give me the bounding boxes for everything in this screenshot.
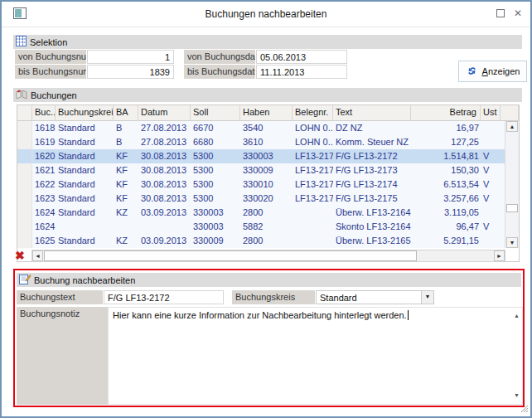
cell-betrag: 96,47	[411, 220, 481, 234]
table-row[interactable]: 1624 330003 5882 Skonto LF13-2164 96,47 …	[17, 220, 519, 234]
scroll-right-icon[interactable]: ►	[494, 250, 505, 261]
table-row[interactable]: 1625 Standard KZ 03.09.2013 330009 2800 …	[17, 234, 519, 248]
cell-belegnr: LOHN 0...	[293, 121, 333, 135]
window-title: Buchungen nachbearbeiten	[2, 8, 530, 20]
cell-buchungsnummer: 1621	[32, 163, 56, 177]
cell-belegnr: LF13-2173	[293, 163, 333, 177]
table-row[interactable]: 1618 Standard B 27.08.2013 6670 3540 LOH…	[17, 121, 519, 135]
nachbearbeiten-section-header: Buchung nachbearbeiten	[17, 273, 521, 287]
buchungskreis-combobox[interactable]: Standard ▼	[316, 290, 434, 304]
cell-haben: 5882	[240, 220, 293, 234]
table-row[interactable]: 1624 Standard KZ 03.09.2013 330003 2800 …	[17, 206, 519, 220]
cell-buchungsnummer: 1619	[32, 135, 56, 149]
cell-ba: KF	[114, 163, 138, 177]
bis-buchungsdatum-input[interactable]: 11.11.2013	[256, 65, 347, 79]
buchungskreis-selected-value: Standard	[320, 293, 357, 303]
col-soll[interactable]: Soll	[191, 105, 240, 121]
cell-datum: 30.08.2013	[138, 192, 191, 206]
cell-buchungskreis: Standard	[56, 149, 114, 163]
resize-grip-icon[interactable]	[519, 403, 529, 415]
row-selector-cell[interactable]	[17, 121, 32, 135]
cell-text: Überw. LF13-2165	[333, 234, 411, 248]
textarea-scroll-down-icon[interactable]: ▼	[514, 390, 520, 401]
cell-datum: 27.08.2013	[138, 135, 191, 149]
delete-row-icon[interactable]: ✖	[15, 249, 28, 262]
row-selector-cell[interactable]	[17, 135, 32, 149]
vertical-scrollbar-thumb[interactable]	[506, 204, 518, 212]
horizontal-scrollbar[interactable]: ◄ ►	[31, 250, 505, 262]
buchungstext-input[interactable]: F/G LF13-2172	[104, 290, 224, 304]
buchungsnotiz-label: Buchungsnotiz	[17, 307, 108, 405]
cell-ba	[114, 220, 138, 234]
cell-datum: 30.08.2013	[138, 177, 191, 192]
textarea-scroll-up-icon[interactable]: ▲	[514, 310, 520, 322]
row-selector-cell[interactable]	[17, 149, 32, 163]
von-buchungsdatum-label: von Buchungsdatum	[184, 50, 255, 64]
anzeigen-button[interactable]: Anzeigen	[458, 61, 527, 82]
cell-belegnr: LOHN 0...	[293, 135, 333, 149]
horizontal-scrollbar-thumb[interactable]	[44, 250, 417, 261]
chevron-down-icon[interactable]: ▼	[421, 291, 433, 304]
col-text[interactable]: Text	[333, 105, 411, 121]
buchungstext-label: Buchungstext	[17, 290, 103, 304]
buchungskreis-label: Buchungskreis	[232, 290, 315, 304]
cell-text: DZ NZ	[333, 121, 411, 135]
close-button[interactable]: ✕	[514, 8, 522, 18]
scroll-up-icon[interactable]: ▲	[506, 121, 518, 132]
cell-ba: B	[114, 135, 138, 149]
cell-soll: 5300	[191, 149, 240, 163]
cell-haben: 330003	[240, 149, 293, 163]
col-haben[interactable]: Haben	[240, 105, 293, 121]
refresh-arrows-icon	[466, 65, 478, 79]
cell-text: F/G LF13-2173	[333, 163, 411, 177]
cell-ust: V	[481, 192, 501, 206]
cell-ust: V	[481, 163, 501, 177]
col-betrag[interactable]: Betrag	[411, 105, 481, 121]
cell-soll: 5300	[191, 177, 240, 192]
col-ba[interactable]: BA	[114, 105, 138, 121]
text-cursor	[408, 310, 409, 320]
col-buchungsnummer[interactable]: Buc...	[32, 105, 56, 121]
cell-soll: 6680	[191, 135, 240, 149]
cell-belegnr	[293, 234, 333, 248]
col-buchungskreis[interactable]: Buchungskreis	[56, 105, 114, 121]
cell-betrag: 6.513,54	[411, 177, 481, 192]
row-selector-cell[interactable]	[17, 234, 32, 248]
bis-buchungsdatum-label: bis Buchungsdatum	[184, 65, 255, 79]
cell-datum: 03.09.2013	[138, 234, 191, 248]
cell-buchungskreis: Standard	[56, 135, 114, 149]
table-row[interactable]: 1622 Standard KF 30.08.2013 5300 330010 …	[17, 177, 519, 192]
maximize-button[interactable]	[496, 9, 505, 17]
row-selector-cell[interactable]	[17, 163, 32, 177]
cell-ba: KZ	[114, 234, 138, 248]
scroll-down-icon[interactable]: ▼	[506, 237, 518, 248]
cell-haben: 2800	[240, 234, 293, 248]
row-selector-cell[interactable]	[17, 220, 32, 234]
col-selector[interactable]	[17, 105, 32, 121]
table-row[interactable]: 1619 Standard B 27.08.2013 6680 3610 LOH…	[17, 135, 519, 149]
row-selector-cell[interactable]	[17, 192, 32, 206]
von-buchungsdatum-input[interactable]: 05.06.2013	[256, 50, 347, 64]
table-row[interactable]: 1621 Standard KF 30.08.2013 5300 330009 …	[17, 163, 519, 177]
scroll-left-icon[interactable]: ◄	[32, 250, 43, 261]
book-icon	[16, 90, 27, 101]
cell-haben: 2800	[240, 206, 293, 220]
col-ust[interactable]: Ust	[481, 105, 501, 121]
von-buchungsnummer-input[interactable]: 1	[87, 50, 174, 64]
table-row[interactable]: 1620 Standard KF 30.08.2013 5300 330003 …	[17, 149, 519, 163]
row-selector-cell[interactable]	[17, 206, 32, 220]
cell-buchungskreis: Standard	[56, 206, 114, 220]
table-row[interactable]: 1623 Standard KF 30.08.2013 5300 330020 …	[17, 192, 519, 206]
cell-ust	[481, 206, 501, 220]
row-selector-cell[interactable]	[17, 177, 32, 192]
cell-buchungskreis: Standard	[56, 234, 114, 248]
col-belegnr[interactable]: Belegnr.	[293, 105, 333, 121]
bis-buchungsnummer-input[interactable]: 1839	[87, 65, 174, 79]
cell-soll: 330003	[191, 220, 240, 234]
cell-ust	[481, 135, 501, 149]
buchungsnotiz-textarea[interactable]: Hier kann eine kurze Information zur Nac…	[108, 307, 523, 405]
col-datum[interactable]: Datum	[138, 105, 191, 121]
cell-buchungsnummer: 1618	[32, 121, 56, 135]
vertical-scrollbar[interactable]: ▲ ▼	[505, 121, 519, 248]
cell-buchungsnummer: 1624	[32, 206, 56, 220]
